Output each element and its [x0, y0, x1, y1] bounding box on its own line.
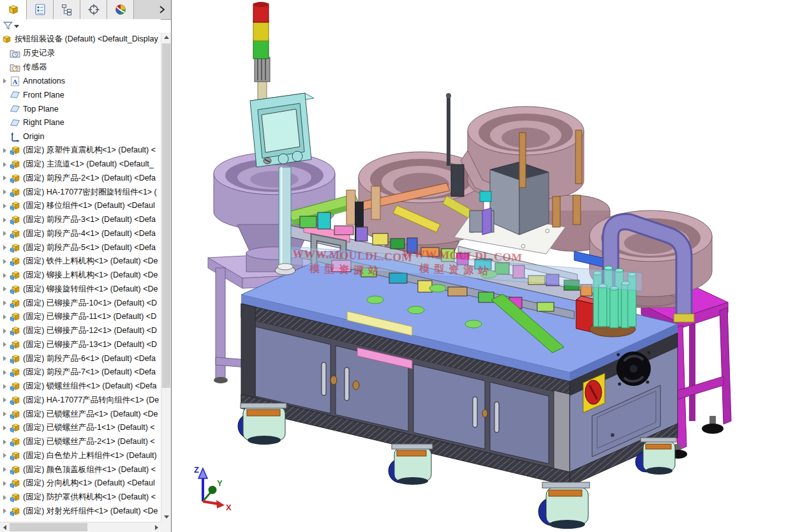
tree-item[interactable]: (固定) 已铆接产品-13<1> (Default) <D [0, 338, 161, 352]
expand-arrow[interactable] [0, 467, 10, 472]
annotations-icon: A [10, 76, 20, 87]
scroll-down-button[interactable] [161, 512, 171, 522]
tree-item[interactable]: Front Plane [0, 88, 161, 102]
tree-item[interactable]: (固定) 铆接上料机构<1> (Default) <De [0, 269, 161, 283]
tree-item[interactable]: (固定) 原塑件直震机构<1> (Default) < [0, 144, 161, 158]
expand-arrow[interactable] [0, 370, 10, 375]
expand-arrow[interactable] [0, 231, 10, 236]
expand-arrow[interactable] [0, 148, 10, 153]
expand-arrow[interactable] [0, 440, 10, 445]
tree-item[interactable]: (固定) 前段产品-2<1> (Default) <Defa [0, 172, 161, 186]
tree-item[interactable]: (固定) 铆接旋转组件<1> (Default) <De [0, 283, 161, 297]
expand-arrow[interactable] [0, 495, 10, 500]
scrollbar-corner [161, 522, 171, 532]
tree-item[interactable]: (固定) 锁螺丝组件<1> (Default) <Defa [0, 380, 161, 394]
tree-item[interactable]: (固定) 前段产品-6<1> (Default) <Defa [0, 351, 161, 366]
component-icon [10, 409, 20, 420]
expand-arrow[interactable] [0, 329, 10, 334]
expand-arrow[interactable] [0, 162, 10, 167]
filter-icon[interactable] [3, 21, 13, 31]
tree-item[interactable]: (固定) 前段产品-5<1> (Default) <Defa [0, 240, 161, 255]
tree-item[interactable]: Right Plane [0, 116, 161, 130]
expand-arrow[interactable] [0, 411, 10, 417]
property-manager-tab[interactable] [27, 0, 54, 19]
scroll-up-button[interactable] [161, 33, 171, 42]
tree-item[interactable]: 传感器 [0, 61, 161, 75]
tree-item[interactable]: (固定) 前段产品-4<1> (Default) <Defa [0, 227, 161, 241]
tree-item[interactable]: 按钮组装设备 (Default) <Default_Display S [0, 33, 161, 47]
tree-item-label: 历史记录 [23, 48, 55, 59]
expand-arrow[interactable] [0, 397, 10, 403]
expand-arrow[interactable] [0, 314, 10, 320]
component-icon [10, 173, 20, 184]
scroll-right-button[interactable] [152, 522, 161, 532]
tree-item[interactable]: (固定) 已铆接产品-12<1> (Default) <D [0, 324, 161, 338]
features-tab[interactable] [0, 0, 27, 20]
scroll-left-button[interactable] [0, 522, 9, 532]
tree-item-label: Top Plane [23, 105, 59, 114]
tree-item[interactable]: (固定) HA-17077产品转向组件<1> (De [0, 394, 161, 408]
expand-arrow[interactable] [0, 508, 10, 514]
horizontal-scroll-thumb[interactable] [10, 523, 87, 531]
assembly-icon [1, 34, 12, 45]
dimxpert-manager-tab[interactable] [80, 0, 107, 19]
tree-item[interactable]: (固定) 已锁螺丝产品<1> (Default) <De [0, 407, 161, 421]
expand-arrow[interactable] [0, 342, 10, 347]
tree-item[interactable]: Origin [0, 129, 161, 144]
hmi-button[interactable] [292, 151, 302, 161]
tree-item[interactable]: (固定) 已锁螺丝产品-1<1> (Default) < [0, 421, 161, 435]
expand-arrow[interactable] [0, 259, 10, 264]
graphics-viewport[interactable]: Z Y X WWW.MOULDL.COM 模型资源站 WWW.MOULDL.CO… [172, 0, 802, 532]
tree-item[interactable]: (固定) 移位组件<1> (Default) <Defaul [0, 199, 161, 213]
tree-item-label: (固定) 已铆接产品-13<1> (Default) <D [23, 339, 157, 350]
tree-item[interactable]: 历史记录 [0, 47, 161, 61]
expand-arrow[interactable] [0, 453, 10, 458]
display-manager-tab[interactable] [107, 0, 134, 19]
expand-arrow[interactable] [0, 218, 10, 223]
component-icon [10, 200, 20, 211]
tree-item[interactable]: (固定) 已锁螺丝产品-2<1> (Default) < [0, 435, 161, 449]
component-icon [10, 311, 20, 322]
tree-item[interactable]: (固定) 前段产品-3<1> (Default) <Defa [0, 213, 161, 227]
tree-item[interactable]: (固定) 分向机构<1> (Default) <Defaul [0, 477, 161, 491]
vertical-scroll-thumb[interactable] [162, 43, 170, 388]
machine-3d-model[interactable]: Z Y X [172, 0, 802, 532]
tree-item[interactable]: (固定) 白色垫片上料组件<1> (Default) [0, 449, 161, 463]
expand-arrow[interactable] [0, 356, 10, 361]
tree-item[interactable]: (固定) 主流道<1> (Default) <Default_ [0, 158, 161, 172]
configuration-manager-tab[interactable] [54, 0, 80, 19]
expand-arrow[interactable] [0, 273, 10, 278]
expand-arrow[interactable] [0, 425, 10, 431]
tree-item-label: 传感器 [23, 62, 47, 73]
tree-horizontal-scrollbar[interactable] [0, 522, 161, 532]
tree-item[interactable]: Top Plane [0, 102, 161, 116]
expand-arrow[interactable] [0, 384, 10, 389]
tree-item[interactable]: (固定) 对射光纤组件<1> (Default) <De [0, 505, 161, 519]
tree-vertical-scrollbar[interactable] [161, 33, 171, 522]
tree-item[interactable]: (固定) 防护罩供料机构<1> (Default) < [0, 491, 161, 505]
hmi-button[interactable] [278, 154, 288, 164]
expand-arrow[interactable] [0, 286, 10, 292]
plane-icon [10, 89, 20, 100]
expand-arrow[interactable] [0, 175, 10, 181]
tree-item[interactable]: (固定) 前段产品-7<1> (Default) <Defa [0, 366, 161, 380]
component-icon [10, 492, 20, 503]
tree-item[interactable]: (固定) 颜色顶盖板组件<1> (Default) < [0, 462, 161, 477]
tree-item[interactable]: AAnnotations [0, 74, 161, 88]
expand-arrow[interactable] [0, 78, 10, 84]
tree-item-label: (固定) 前段产品-3<1> (Default) <Defa [23, 214, 156, 225]
expand-arrow[interactable] [0, 203, 10, 209]
expand-arrow[interactable] [0, 481, 10, 486]
tab-overflow-chevron[interactable] [153, 0, 171, 19]
tree-item[interactable]: (固定) 已铆接产品-11<1> (Default) <D [0, 310, 161, 324]
tree-item-label: (固定) 已锁螺丝产品-1<1> (Default) < [23, 422, 155, 433]
expand-arrow[interactable] [0, 245, 10, 250]
tree-item[interactable]: (固定) 铁件上料机构<1> (Default) <De [0, 255, 161, 269]
tree-item[interactable]: (固定) HA-17077密封圈旋转组件<1> ( [0, 185, 161, 199]
expand-arrow[interactable] [0, 300, 10, 306]
expand-arrow[interactable] [0, 189, 10, 195]
tree-item[interactable]: (固定) 已铆接产品-10<1> (Default) <D [0, 296, 161, 310]
filter-dropdown-caret[interactable] [14, 25, 19, 28]
caster [538, 482, 590, 529]
tree-item-label: (固定) 防护罩供料机构<1> (Default) < [23, 492, 156, 503]
